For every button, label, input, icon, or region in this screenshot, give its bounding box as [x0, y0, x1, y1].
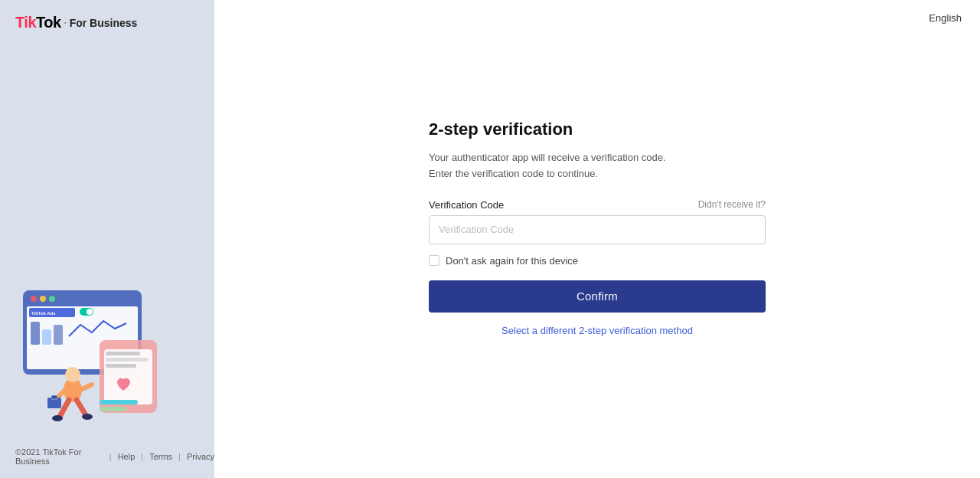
description: Your authenticator app will receive a ve…: [429, 150, 766, 182]
svg-rect-11: [54, 325, 63, 345]
for-business-label: For Business: [70, 17, 138, 29]
svg-text:TikTok Ads: TikTok Ads: [31, 311, 56, 316]
svg-point-26: [82, 414, 93, 420]
top-bar: English: [214, 0, 980, 24]
logo-area: TikTok · For Business: [15, 14, 137, 31]
verification-code-input[interactable]: [429, 215, 766, 244]
privacy-link[interactable]: Privacy: [187, 452, 214, 461]
dont-ask-label: Don't ask again for this device: [446, 255, 578, 267]
logo-separator: ·: [64, 15, 67, 31]
svg-rect-28: [51, 395, 57, 399]
illustration: TikTok Ads: [15, 279, 199, 432]
svg-rect-10: [42, 329, 51, 345]
svg-rect-9: [31, 322, 40, 345]
svg-rect-17: [100, 400, 138, 404]
svg-point-25: [52, 415, 63, 421]
svg-line-24: [77, 400, 86, 415]
alt-method-link[interactable]: Select a different 2-step verification m…: [429, 325, 766, 336]
svg-rect-14: [106, 352, 140, 355]
resend-link[interactable]: Didn't receive it?: [698, 199, 766, 210]
tiktok-logo: TikTok: [15, 14, 61, 31]
svg-rect-16: [106, 364, 136, 368]
svg-point-2: [40, 296, 46, 302]
language-selector[interactable]: English: [929, 12, 962, 24]
svg-point-8: [87, 309, 93, 315]
field-header-row: Verification Code Didn't receive it?: [429, 199, 766, 211]
main-area: English 2-step verification Your authent…: [214, 0, 980, 478]
verification-form: 2-step verification Your authenticator a…: [429, 120, 766, 336]
svg-rect-13: [104, 349, 152, 404]
page-title: 2-step verification: [429, 120, 766, 139]
dont-ask-checkbox[interactable]: [429, 255, 439, 266]
svg-line-22: [80, 385, 92, 390]
confirm-button[interactable]: Confirm: [429, 280, 766, 313]
copyright-text: ©2021 TikTok For Business: [15, 447, 103, 466]
svg-rect-15: [106, 358, 148, 362]
svg-point-3: [49, 296, 55, 302]
svg-point-1: [31, 296, 37, 302]
field-label: Verification Code: [429, 199, 504, 211]
terms-link[interactable]: Terms: [149, 452, 172, 461]
illustration-container: TikTok Ads: [15, 279, 199, 432]
content-wrapper: 2-step verification Your authenticator a…: [214, 24, 980, 478]
sidebar: TikTok · For Business TikTok Ads: [0, 0, 214, 478]
svg-rect-18: [100, 407, 126, 411]
help-link[interactable]: Help: [118, 452, 136, 461]
footer-links: ©2021 TikTok For Business | Help | Terms…: [15, 447, 214, 466]
svg-point-20: [65, 367, 80, 382]
dont-ask-row: Don't ask again for this device: [429, 255, 766, 267]
